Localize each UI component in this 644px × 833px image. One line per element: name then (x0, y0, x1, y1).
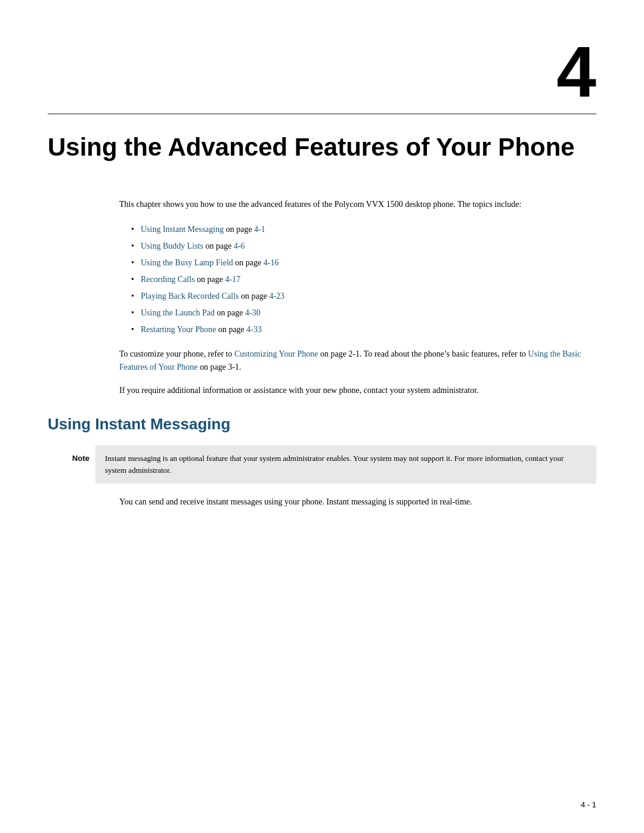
chapter-title-area: Using the Advanced Features of Your Phon… (48, 132, 596, 162)
toc-link-instant-messaging[interactable]: Using Instant Messaging (141, 225, 224, 234)
list-item: Using Instant Messaging on page 4-1 (131, 221, 596, 238)
cross-ref-text-3: on page 3-1. (197, 363, 241, 371)
page-number: 4 - 1 (581, 800, 596, 809)
chapter-number-area: 4 (0, 0, 644, 107)
toc-page-busy-lamp[interactable]: 4-16 (264, 258, 279, 267)
toc-link-recording[interactable]: Recording Calls (141, 275, 195, 284)
chapter-title: Using the Advanced Features of Your Phon… (48, 132, 596, 162)
toc-link-busy-lamp[interactable]: Using the Busy Lamp Field (141, 258, 233, 267)
toc-page-launch-pad[interactable]: 4-30 (245, 308, 261, 317)
list-item: Playing Back Recorded Calls on page 4-23 (131, 288, 596, 305)
main-content: This chapter shows you how to use the ad… (119, 198, 596, 397)
list-item: Using Buddy Lists on page 4-6 (131, 238, 596, 255)
list-item: Restarting Your Phone on page 4-33 (131, 321, 596, 338)
list-item: Using the Launch Pad on page 4-30 (131, 305, 596, 321)
note-label: Note (48, 445, 95, 471)
body-paragraph: You can send and receive instant message… (119, 496, 596, 509)
toc-page-instant-messaging[interactable]: 4-1 (254, 225, 265, 234)
cross-ref-link-customizing[interactable]: Customizing Your Phone (234, 349, 318, 358)
toc-page-recording[interactable]: 4-17 (225, 275, 241, 284)
chapter-number: 4 (556, 36, 596, 107)
list-item: Using the Busy Lamp Field on page 4-16 (131, 255, 596, 271)
note-content: Instant messaging is an optional feature… (95, 445, 596, 484)
intro-paragraph: This chapter shows you how to use the ad… (119, 198, 596, 211)
additional-info-paragraph: If you require additional information or… (119, 384, 596, 397)
toc-link-restarting[interactable]: Restarting Your Phone (141, 325, 216, 334)
toc-page-playback[interactable]: 4-23 (269, 292, 284, 301)
chapter-rule (48, 113, 596, 114)
section-heading-instant-messaging: Using Instant Messaging (48, 415, 644, 433)
page-container: 4 Using the Advanced Features of Your Ph… (0, 0, 644, 833)
list-item: Recording Calls on page 4-17 (131, 271, 596, 288)
note-container: Note Instant messaging is an optional fe… (48, 445, 596, 484)
cross-ref-text-2: on page 2-1. To read about the phone’s b… (318, 349, 528, 358)
toc-link-buddy-lists[interactable]: Using Buddy Lists (141, 241, 203, 250)
toc-link-launch-pad[interactable]: Using the Launch Pad (141, 308, 215, 317)
cross-ref-paragraph: To customize your phone, refer to Custom… (119, 348, 596, 374)
toc-list: Using Instant Messaging on page 4-1 Usin… (131, 221, 596, 338)
toc-page-restarting[interactable]: 4-33 (246, 325, 262, 334)
toc-link-playback[interactable]: Playing Back Recorded Calls (141, 292, 239, 301)
cross-ref-text-1: To customize your phone, refer to (119, 349, 234, 358)
toc-page-buddy-lists[interactable]: 4-6 (234, 241, 245, 250)
